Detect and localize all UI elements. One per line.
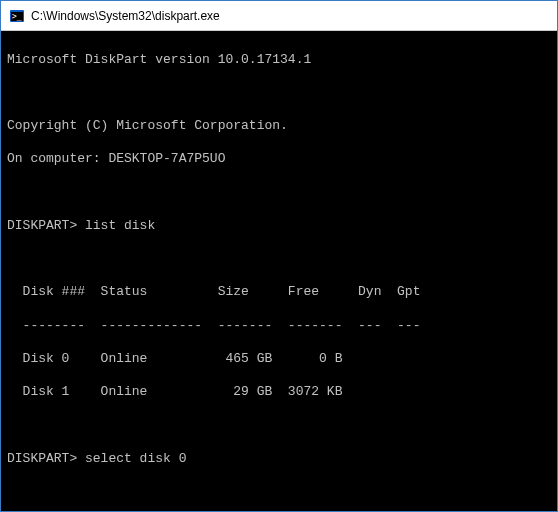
terminal-line: Microsoft DiskPart version 10.0.17134.1 bbox=[7, 52, 551, 69]
terminal-output[interactable]: Microsoft DiskPart version 10.0.17134.1 … bbox=[1, 31, 557, 511]
prompt-line: DISKPART> select disk 0 bbox=[7, 451, 551, 468]
terminal-line: Copyright (C) Microsoft Corporation. bbox=[7, 118, 551, 135]
console-window: >_ C:\Windows\System32\diskpart.exe Micr… bbox=[0, 0, 558, 512]
terminal-line: On computer: DESKTOP-7A7P5UO bbox=[7, 151, 551, 168]
table-sep: -------- ------------- ------- ------- -… bbox=[7, 318, 551, 335]
table-row: Disk 0 Online 465 GB 0 B bbox=[7, 351, 551, 368]
table-row: Disk 1 Online 29 GB 3072 KB bbox=[7, 384, 551, 401]
window-title: C:\Windows\System32\diskpart.exe bbox=[31, 9, 220, 23]
svg-text:>_: >_ bbox=[12, 12, 22, 21]
table-header: Disk ### Status Size Free Dyn Gpt bbox=[7, 284, 551, 301]
app-icon: >_ bbox=[9, 8, 25, 24]
titlebar[interactable]: >_ C:\Windows\System32\diskpart.exe bbox=[1, 1, 557, 31]
prompt-line: DISKPART> list disk bbox=[7, 218, 551, 235]
